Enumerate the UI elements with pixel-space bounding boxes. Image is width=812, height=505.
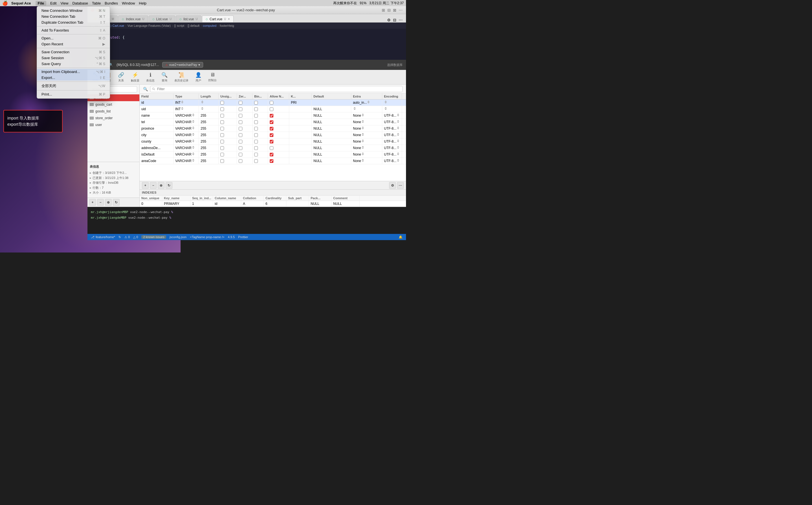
menu-item-save-query[interactable]: Save Query ⌃⌘ S — [37, 61, 110, 67]
tab-cart-vue[interactable]: ◇ Cart.vue U ✕ — [202, 15, 234, 22]
menu-file[interactable]: File — [35, 1, 46, 6]
cell-city-allownull[interactable] — [268, 132, 289, 138]
menu-item-new-connection-tab[interactable]: New Connection Tab ⌘ T — [37, 13, 110, 19]
menu-item-close-all[interactable]: 全部关闭 ⌥W — [37, 82, 110, 89]
menu-item-add-favorites[interactable]: Add To Favorites ⇧ A — [37, 27, 110, 33]
cell-name-allownull[interactable] — [268, 113, 289, 119]
table-item-goods-list[interactable]: goods_list — [88, 108, 139, 115]
bc-computed[interactable]: computed — [203, 24, 216, 27]
editor-layout-icon[interactable]: ⊟ — [393, 18, 396, 22]
cell-areacode-zero[interactable] — [237, 158, 252, 164]
cell-county-unsig[interactable] — [219, 138, 237, 145]
cell-areacode-unsig[interactable] — [219, 158, 237, 164]
remove-field-button[interactable]: − — [97, 199, 104, 206]
remove-row-button[interactable]: − — [150, 182, 156, 189]
status-config[interactable]: jsconfig.json — [169, 235, 187, 239]
table-row-county[interactable]: county VARCHAR 255 NULL None UTF-8... — [140, 138, 406, 145]
bc-volar[interactable]: Vue Language Features (Volar) — [127, 24, 171, 27]
editor-more-icon[interactable]: ⋯ — [399, 18, 402, 22]
db-selector-button[interactable]: ⚠ vue2+webcharPay ▾ — [162, 62, 203, 67]
toolbar-users[interactable]: 👤 用户 — [193, 71, 204, 84]
cell-id-unsig[interactable] — [219, 100, 237, 106]
menu-item-duplicate-connection-tab[interactable]: Duplicate Connection Tab ⇧ T — [37, 19, 110, 25]
bc-cart-vue[interactable]: ◇ Cart.vue — [109, 24, 124, 28]
more-icon[interactable]: ⋯ — [399, 8, 402, 12]
menu-view[interactable]: View — [61, 1, 68, 5]
cell-name-zero[interactable] — [237, 113, 252, 119]
table-item-goods-cart[interactable]: goods_cart — [88, 101, 139, 108]
cell-addressde-zero[interactable] — [237, 145, 252, 151]
copy-row-button[interactable]: ⊕ — [158, 182, 164, 189]
cell-addressde-bin[interactable] — [252, 145, 268, 151]
menu-item-new-connection-window[interactable]: New Connection Window ⌘ N — [37, 8, 110, 13]
table-item-user[interactable]: user — [88, 122, 139, 128]
cell-city-bin[interactable] — [252, 132, 268, 138]
bc-default[interactable]: [] default — [188, 24, 200, 27]
toolbar-query[interactable]: 🔍 查询 — [158, 71, 170, 84]
more-options-button[interactable]: ⋯ — [397, 182, 404, 189]
cell-name-bin[interactable] — [252, 113, 268, 119]
tab-close-cart-vue[interactable]: ✕ — [228, 17, 230, 21]
cell-uid-bin[interactable] — [252, 106, 268, 112]
table-row-id[interactable]: id INT PRI auto_in... — [140, 100, 406, 106]
split-icon[interactable]: ⊠ — [393, 8, 396, 12]
menu-help[interactable]: Help — [139, 1, 146, 5]
cell-name-unsig[interactable] — [219, 113, 237, 119]
cell-province-allownull[interactable] — [268, 125, 289, 132]
menu-database[interactable]: Database — [72, 1, 88, 5]
toolbar-relations[interactable]: 🔗 关系 — [115, 71, 127, 84]
cell-addressde-allownull[interactable] — [268, 145, 289, 151]
cell-province-unsig[interactable] — [219, 125, 237, 132]
table-row-uid[interactable]: uid INT NULL — [140, 106, 406, 113]
cell-tel-allownull[interactable] — [268, 119, 289, 125]
table-row-addressde[interactable]: addressDe... VARCHAR 255 NULL None UTF-8… — [140, 145, 406, 151]
cell-isdefault-unsig[interactable] — [219, 151, 237, 158]
status-notification-icon[interactable]: 🔔 — [399, 235, 402, 239]
menu-item-print[interactable]: Print... ⌘ P — [37, 91, 110, 97]
cell-uid-zero[interactable] — [237, 106, 252, 112]
table-row-areacode[interactable]: areaCode VARCHAR 255 NULL None UTF-8... — [140, 158, 406, 164]
bc-script[interactable]: {} script — [174, 24, 185, 27]
add-field-button[interactable]: + — [89, 199, 96, 206]
status-errors[interactable]: ⚠ 0 — [124, 235, 130, 239]
add-row-button[interactable]: + — [142, 182, 149, 189]
status-warnings[interactable]: △ 0 — [133, 235, 138, 239]
bc-footer-heig[interactable]: footerHeig — [220, 24, 234, 27]
menu-item-save-session[interactable]: Save Session ⌥⌘ S — [37, 55, 110, 61]
cell-isdefault-allownull[interactable] — [268, 151, 289, 158]
tab-list-vue[interactable]: ◇ list.vue U — [176, 15, 202, 22]
cell-county-zero[interactable] — [237, 138, 252, 145]
cell-areacode-bin[interactable] — [252, 158, 268, 164]
cell-isdefault-bin[interactable] — [252, 151, 268, 158]
cell-province-bin[interactable] — [252, 125, 268, 132]
menu-item-open[interactable]: Open... ⌘ O — [37, 35, 110, 41]
cell-tel-zero[interactable] — [237, 119, 252, 125]
cell-id-bin[interactable] — [252, 100, 268, 106]
cell-city-unsig[interactable] — [219, 132, 237, 138]
menu-bundles[interactable]: Bundles — [105, 1, 118, 5]
table-row-isdefault[interactable]: isDefault VARCHAR 255 NULL None UTF-8... — [140, 151, 406, 158]
editor-code-area[interactable]: }, computed: { — [99, 29, 406, 60]
menu-item-import[interactable]: Import from Clipboard... ⌥⌘ I — [37, 69, 110, 75]
cell-areacode-allownull[interactable] — [268, 158, 289, 164]
toolbar-console[interactable]: 🖥 控制台 — [205, 71, 220, 83]
cell-city-zero[interactable] — [237, 132, 252, 138]
index-row-primary[interactable]: 0 PRIMARY 1 id A 6 NULL NULL — [140, 201, 406, 207]
cell-tel-unsig[interactable] — [219, 119, 237, 125]
settings-button[interactable]: ⚙ — [389, 182, 396, 189]
add-copy-button[interactable]: ⊕ — [105, 199, 112, 206]
cell-addressde-unsig[interactable] — [219, 145, 237, 151]
cell-id-zero[interactable] — [237, 100, 252, 106]
toolbar-history[interactable]: 📜 表历史记录 — [171, 71, 191, 84]
editor-actions-icon[interactable]: ⚙ — [387, 18, 391, 22]
menu-window[interactable]: Window — [122, 1, 135, 5]
menu-item-export[interactable]: Export... ⇧ E — [37, 75, 110, 80]
table-row-province[interactable]: province VARCHAR 255 NULL None UTF-8... — [140, 125, 406, 132]
layout-icon[interactable]: ⊟ — [387, 8, 391, 12]
menu-table[interactable]: Table — [92, 1, 101, 5]
toolbar-table-info[interactable]: ℹ 表信息 — [143, 71, 157, 84]
cell-uid-unsig[interactable] — [219, 106, 237, 112]
terminal-area[interactable]: mr.jxh@mrjiangdenMBP vue2-node--wechat-p… — [88, 207, 406, 234]
cell-county-allownull[interactable] — [268, 138, 289, 145]
status-issues[interactable]: 2 known issues — [141, 235, 166, 239]
